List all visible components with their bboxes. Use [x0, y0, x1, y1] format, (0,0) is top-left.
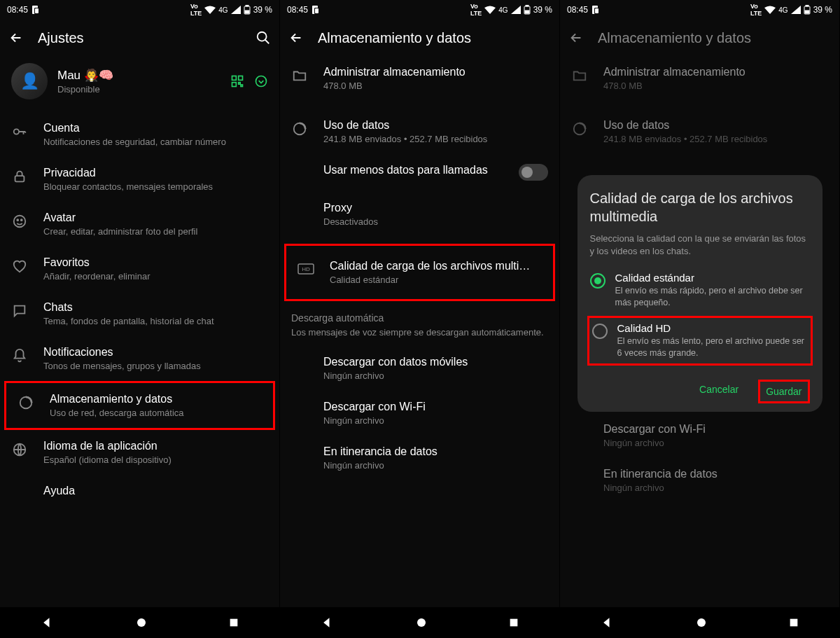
- network-label: 4G: [218, 6, 227, 14]
- profile-status: Disponible: [57, 84, 220, 95]
- wifi-icon: [484, 6, 496, 14]
- autodl-header: Descarga automática: [280, 301, 559, 326]
- battery-icon: [804, 5, 811, 15]
- settings-item-notifications[interactable]: Notificaciones Tonos de mensajes, grupos…: [0, 336, 279, 381]
- storage-item-dl-roaming[interactable]: En itinerancia de datos Ningún archivo: [280, 436, 559, 480]
- quality-dialog: Calidad de carga de los archivos multime…: [578, 175, 822, 412]
- panel-settings: 08:45 VoLTE 4G 39 % Ajustes 👤 Mau 🧛🧠 Dis…: [0, 0, 280, 638]
- header: Almacenamiento y datos: [560, 20, 839, 56]
- nav-bar: [560, 607, 839, 638]
- settings-item-avatar[interactable]: Avatar Crear, editar, administrar foto d…: [0, 202, 279, 247]
- battery-label: 39 %: [253, 5, 272, 15]
- nav-back-icon[interactable]: [41, 616, 55, 630]
- nav-recent-icon[interactable]: [788, 617, 799, 628]
- qr-icon[interactable]: [230, 74, 244, 88]
- radio-standard[interactable]: Calidad estándar El envío es más rápido,…: [590, 270, 810, 310]
- settings-item-language[interactable]: Idioma de la aplicación Español (idioma …: [0, 430, 279, 475]
- svg-rect-38: [805, 11, 809, 13]
- volte-icon: VoLTE: [750, 3, 762, 17]
- settings-item-favorites[interactable]: Favoritos Añadir, reordenar, eliminar: [0, 247, 279, 291]
- nav-home-icon[interactable]: [415, 616, 428, 629]
- storage-item-quality[interactable]: HD Calidad de carga de los archivos mult…: [286, 250, 553, 295]
- radio-hd[interactable]: Calidad HD El envío es más lento, pero e…: [592, 321, 808, 361]
- svg-point-40: [697, 618, 706, 627]
- toggle-lessdata[interactable]: [519, 164, 548, 181]
- svg-rect-14: [15, 176, 24, 181]
- storage-item-manage[interactable]: Administrar almacenamiento 478.0 MB: [280, 56, 559, 101]
- signal-icon: [231, 6, 241, 14]
- header: Almacenamiento y datos: [280, 20, 559, 56]
- nav-back-icon[interactable]: [601, 616, 615, 630]
- network-label: 4G: [498, 6, 507, 14]
- volte-icon: VoLTE: [190, 3, 202, 17]
- storage-item-lessdata[interactable]: Usar menos datos para llamadas: [280, 154, 559, 192]
- svg-text:HD: HD: [302, 266, 310, 272]
- radio-icon: [590, 273, 606, 289]
- settings-item-storage[interactable]: Almacenamiento y datos Uso de red, desca…: [6, 383, 273, 428]
- storage-item-dl-wifi[interactable]: Descargar con Wi-Fi Ningún archivo: [280, 391, 559, 436]
- signal-icon: [791, 6, 801, 14]
- wifi-icon: [204, 6, 216, 14]
- save-button[interactable]: Guardar: [760, 382, 807, 401]
- svg-point-6: [258, 32, 267, 41]
- svg-rect-26: [526, 5, 528, 6]
- globe-icon: [12, 442, 27, 457]
- search-icon[interactable]: [255, 30, 271, 46]
- page-title: Almacenamiento y datos: [598, 30, 831, 46]
- battery-icon: [524, 5, 531, 15]
- status-bar: 08:45 VoLTE 4G 39 %: [0, 0, 279, 20]
- avatar: 👤: [11, 63, 48, 99]
- signal-icon: [511, 6, 521, 14]
- chat-icon: [12, 303, 27, 319]
- svg-point-31: [417, 618, 426, 627]
- nav-recent-icon[interactable]: [508, 617, 519, 628]
- dialog-title: Calidad de carga de los archivos multime…: [590, 189, 810, 226]
- svg-rect-11: [241, 85, 243, 87]
- storage-item-proxy[interactable]: Proxy Desactivados: [280, 192, 559, 237]
- settings-item-privacy[interactable]: Privacidad Bloquear contactos, mensajes …: [0, 157, 279, 202]
- status-time: 08:45: [567, 5, 588, 15]
- svg-rect-27: [525, 11, 529, 13]
- svg-rect-24: [315, 8, 318, 13]
- svg-rect-5: [245, 11, 249, 13]
- storage-item-dl-roaming: En itinerancia de datos Ningún archivo: [560, 458, 839, 503]
- storage-item-dl-mobile[interactable]: Descargar con datos móviles Ningún archi…: [280, 346, 559, 391]
- panel-storage-dialog: 08:45 VoLTE 4G 39 % Almacenamiento y dat…: [560, 0, 840, 638]
- page-title: Ajustes: [38, 30, 241, 46]
- svg-rect-41: [790, 619, 797, 627]
- settings-item-help[interactable]: Ayuda: [0, 475, 279, 506]
- status-bar: 08:45 VoLTE 4G 39 %: [280, 0, 559, 20]
- autodl-sub: Los mensajes de voz siempre se descargan…: [280, 326, 559, 346]
- settings-item-chats[interactable]: Chats Tema, fondos de pantalla, historia…: [0, 291, 279, 336]
- svg-point-20: [137, 618, 146, 627]
- header: Ajustes: [0, 20, 279, 56]
- panel-storage: 08:45 VoLTE 4G 39 % Almacenamiento y dat…: [280, 0, 560, 638]
- nav-recent-icon[interactable]: [228, 617, 239, 628]
- nav-home-icon[interactable]: [135, 616, 148, 629]
- nav-back-icon[interactable]: [321, 616, 335, 630]
- cancel-button[interactable]: Cancelar: [694, 380, 744, 403]
- svg-rect-9: [232, 83, 237, 87]
- svg-point-15: [14, 216, 26, 228]
- back-icon[interactable]: [8, 30, 24, 46]
- back-icon[interactable]: [288, 30, 304, 46]
- dialog-sub: Selecciona la calidad con la que se envi…: [590, 233, 810, 258]
- storage-item-usage[interactable]: Uso de datos 241.8 MB enviados • 252.7 M…: [280, 109, 559, 154]
- storage-item-dl-wifi: Descargar con Wi-Fi Ningún archivo: [560, 413, 839, 458]
- back-icon[interactable]: [568, 30, 584, 46]
- svg-rect-32: [510, 619, 517, 627]
- expand-icon[interactable]: [254, 74, 268, 88]
- battery-icon: [244, 5, 251, 15]
- folder-icon: [572, 68, 587, 83]
- svg-point-17: [21, 219, 22, 221]
- nav-home-icon[interactable]: [695, 616, 708, 629]
- svg-rect-7: [232, 76, 237, 81]
- svg-point-16: [17, 219, 18, 221]
- settings-item-account[interactable]: Cuenta Notificaciones de seguridad, camb…: [0, 112, 279, 157]
- page-title: Almacenamiento y datos: [318, 30, 551, 46]
- nav-bar: [0, 607, 279, 638]
- profile-row[interactable]: 👤 Mau 🧛🧠 Disponible: [0, 56, 279, 112]
- sim-icon: [312, 6, 319, 14]
- battery-label: 39 %: [533, 5, 552, 15]
- svg-rect-4: [246, 5, 248, 6]
